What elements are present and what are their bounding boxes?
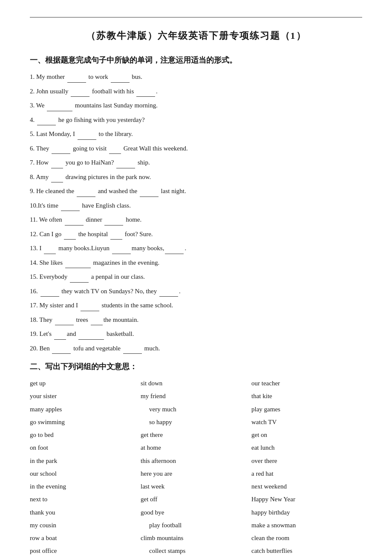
vocab-item: next weekend [251, 481, 362, 492]
vocab-item: very much [141, 404, 251, 415]
sentence-item: 8. Amy drawing pictures in the park now. [30, 171, 362, 183]
section2-title: 二、写出下列词组的中文意思： [30, 361, 362, 372]
vocab-item: here you are [141, 468, 251, 479]
sentence-item: 2. John usually football with his . [30, 86, 362, 97]
vocab-item: in the park [30, 455, 141, 466]
vocab-grid: get upsit downour teacheryour sistermy f… [30, 378, 362, 555]
fill-blank[interactable] [78, 328, 104, 340]
fill-blank[interactable] [54, 328, 66, 340]
fill-blank[interactable] [55, 314, 74, 326]
vocab-item: on foot [30, 442, 141, 453]
fill-blank[interactable] [47, 100, 72, 111]
vocab-item: make a snowman [251, 520, 362, 531]
section1-title: 一、根据题意完成句子中所缺的单词，注意运用适当的形式。 [30, 55, 362, 65]
vocab-item: eat lunch [251, 442, 362, 453]
fill-blank[interactable] [51, 171, 63, 183]
fill-blank[interactable] [51, 157, 63, 168]
sentence-item: 3. We mountains last Sunday morning. [30, 100, 362, 111]
vocab-item: get off [141, 494, 251, 505]
fill-blank[interactable] [123, 343, 142, 354]
sentence-item: 7. How you go to HaiNan? ship. [30, 157, 362, 168]
fill-blank[interactable] [52, 143, 70, 154]
sentence-item: 1. My mother to work bus. [30, 71, 362, 83]
fill-blank[interactable] [104, 214, 123, 225]
sentence-item: 5. Last Monday, I to the library. [30, 128, 362, 140]
vocab-item: in the evening [30, 481, 141, 492]
vocab-item: many apples [30, 404, 141, 415]
vocab-item: good bye [141, 507, 251, 518]
sentence-item: 19. Let's and basketball. [30, 328, 362, 340]
fill-blank[interactable] [61, 200, 80, 211]
vocab-item: go to bed [30, 429, 141, 440]
vocab-item: next to [30, 494, 141, 505]
sentence-item: 11. We often dinner home. [30, 214, 362, 225]
fill-blank[interactable] [159, 286, 178, 297]
vocab-item: over there [251, 455, 362, 466]
vocab-item: Happy New Year [251, 494, 362, 505]
vocab-item: last week [141, 481, 251, 492]
fill-blank[interactable] [136, 86, 155, 97]
sentence-item: 9. He cleaned the and washed the last ni… [30, 185, 362, 197]
vocab-item: catch butterflies [251, 545, 362, 555]
vocab-item: so happy [141, 416, 251, 428]
fill-blank[interactable] [91, 314, 103, 326]
vocab-item: watch TV [251, 416, 362, 428]
sentence-item: 15. Everybody a penpal in our class. [30, 271, 362, 283]
vocab-item: collect stamps [141, 545, 251, 555]
fill-blank[interactable] [64, 228, 76, 240]
vocab-item: my cousin [30, 520, 141, 531]
sentence-item: 14. She likes magazines in the evening. [30, 257, 362, 269]
vocab-item: play games [251, 404, 362, 415]
sentence-item: 10.It's time have English class. [30, 200, 362, 211]
sentence-list: 1. My mother to work bus.2. John usually… [30, 71, 362, 354]
sentence-item: 13. I many books.Liuyun many books, . [30, 243, 362, 254]
fill-blank[interactable] [67, 71, 86, 83]
fill-blank[interactable] [65, 214, 84, 225]
fill-blank[interactable] [109, 143, 121, 154]
vocab-item: my friend [141, 390, 251, 402]
fill-blank[interactable] [37, 114, 56, 126]
fill-blank[interactable] [140, 185, 159, 197]
vocab-item: thank you [30, 507, 141, 518]
sentence-item: 16. they watch TV on Sundays? No, they . [30, 286, 362, 297]
fill-blank[interactable] [52, 343, 71, 354]
vocab-item: get up [30, 378, 141, 389]
vocab-item: go swimming [30, 416, 141, 428]
vocab-item: this afternoon [141, 455, 251, 466]
vocab-section: get upsit downour teacheryour sistermy f… [30, 378, 362, 555]
sentence-item: 18. They trees the mountain. [30, 314, 362, 326]
vocab-item: a red hat [251, 468, 362, 479]
vocab-item: our teacher [251, 378, 362, 389]
fill-blank[interactable] [71, 86, 89, 97]
vocab-item: that kite [251, 390, 362, 402]
fill-blank[interactable] [78, 128, 96, 140]
vocab-item: climb mountains [141, 532, 251, 543]
fill-blank[interactable] [70, 271, 89, 283]
fill-blank[interactable] [44, 243, 56, 254]
vocab-item: happy birthday [251, 507, 362, 518]
page-title: （苏教牛津版）六年级英语下册专项练习题（1） [30, 29, 362, 42]
vocab-item: your sister [30, 390, 141, 402]
fill-blank[interactable] [112, 243, 131, 254]
vocab-item: play football [141, 520, 251, 531]
fill-blank[interactable] [77, 185, 95, 197]
vocab-item: row a boat [30, 532, 141, 543]
vocab-item: our school [30, 468, 141, 479]
sentence-item: 4. he go fishing with you yesterday? [30, 114, 362, 126]
fill-blank[interactable] [81, 300, 99, 311]
sentence-item: 17. My sister and I students in the same… [30, 300, 362, 311]
vocab-item: at home [141, 442, 251, 453]
sentence-item: 12. Can I go the hospital foot? Sure. [30, 228, 362, 240]
vocab-item: get there [141, 429, 251, 440]
top-divider [30, 17, 362, 17]
vocab-item: clean the room [251, 532, 362, 543]
vocab-item: sit down [141, 378, 251, 389]
fill-blank[interactable] [40, 286, 59, 297]
fill-blank[interactable] [116, 157, 135, 168]
fill-blank[interactable] [111, 71, 130, 83]
sentence-item: 20. Ben tofu and vegetable much. [30, 343, 362, 354]
fill-blank[interactable] [110, 228, 122, 240]
fill-blank[interactable] [65, 257, 91, 269]
vocab-item: get on [251, 429, 362, 440]
fill-blank[interactable] [165, 243, 184, 254]
